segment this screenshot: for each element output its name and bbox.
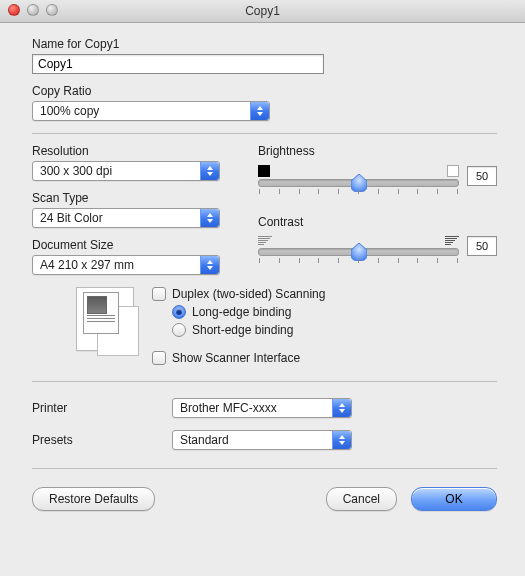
separator	[32, 133, 497, 134]
content: Name for Copy1 Copy Ratio 100% copy Reso…	[0, 23, 525, 576]
short-edge-radio[interactable]	[172, 323, 186, 337]
presets-select[interactable]: Standard	[172, 430, 352, 450]
document-size-label: Document Size	[32, 238, 224, 252]
duplex-label: Duplex (two-sided) Scanning	[172, 287, 325, 301]
chevrons-icon	[200, 256, 219, 274]
brightness-max-icon	[447, 165, 459, 177]
document-preview-icon	[76, 287, 134, 351]
brightness-value[interactable]: 50	[467, 166, 497, 186]
show-scanner-interface-checkbox[interactable]	[152, 351, 166, 365]
copy-ratio-value: 100% copy	[40, 104, 99, 118]
chevrons-icon	[200, 209, 219, 227]
scan-type-label: Scan Type	[32, 191, 224, 205]
restore-defaults-button[interactable]: Restore Defaults	[32, 487, 155, 511]
window-title: Copy1	[245, 4, 280, 18]
show-scanner-interface-label: Show Scanner Interface	[172, 351, 300, 365]
cancel-button[interactable]: Cancel	[326, 487, 397, 511]
chevrons-icon	[332, 399, 351, 417]
ok-button[interactable]: OK	[411, 487, 497, 511]
contrast-slider[interactable]	[258, 248, 459, 256]
contrast-max-icon	[445, 236, 459, 246]
resolution-value: 300 x 300 dpi	[40, 164, 112, 178]
name-input[interactable]	[32, 54, 324, 74]
printer-label: Printer	[32, 401, 172, 415]
printer-select[interactable]: Brother MFC-xxxx	[172, 398, 352, 418]
copy-ratio-select[interactable]: 100% copy	[32, 101, 270, 121]
long-edge-radio[interactable]	[172, 305, 186, 319]
printer-value: Brother MFC-xxxx	[180, 401, 277, 415]
document-size-select[interactable]: A4 210 x 297 mm	[32, 255, 220, 275]
contrast-min-icon	[258, 236, 272, 246]
presets-value: Standard	[180, 433, 229, 447]
resolution-select[interactable]: 300 x 300 dpi	[32, 161, 220, 181]
window-controls	[8, 4, 58, 16]
scan-type-select[interactable]: 24 Bit Color	[32, 208, 220, 228]
long-edge-label: Long-edge binding	[192, 305, 291, 319]
name-label: Name for Copy1	[32, 37, 497, 51]
chevrons-icon	[332, 431, 351, 449]
contrast-label: Contrast	[258, 215, 497, 229]
minimize-icon[interactable]	[27, 4, 39, 16]
chevrons-icon	[250, 102, 269, 120]
zoom-icon[interactable]	[46, 4, 58, 16]
document-size-value: A4 210 x 297 mm	[40, 258, 134, 272]
titlebar: Copy1	[0, 0, 525, 23]
chevrons-icon	[200, 162, 219, 180]
resolution-label: Resolution	[32, 144, 224, 158]
brightness-slider[interactable]	[258, 179, 459, 187]
separator	[32, 468, 497, 469]
scan-type-value: 24 Bit Color	[40, 211, 103, 225]
copy-ratio-label: Copy Ratio	[32, 84, 497, 98]
brightness-label: Brightness	[258, 144, 497, 158]
duplex-checkbox[interactable]	[152, 287, 166, 301]
dialog-window: Copy1 Name for Copy1 Copy Ratio 100% cop…	[0, 0, 525, 576]
close-icon[interactable]	[8, 4, 20, 16]
brightness-min-icon	[258, 165, 270, 177]
contrast-value[interactable]: 50	[467, 236, 497, 256]
short-edge-label: Short-edge binding	[192, 323, 293, 337]
presets-label: Presets	[32, 433, 172, 447]
separator	[32, 381, 497, 382]
